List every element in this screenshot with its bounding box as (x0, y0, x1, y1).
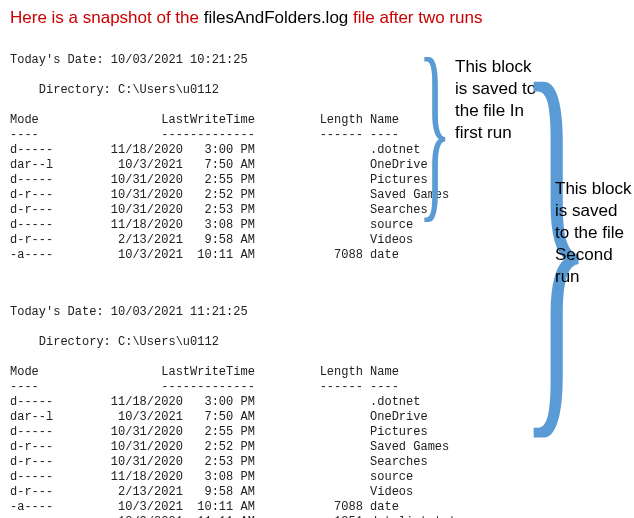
block1-dir: Directory: C:\Users\u0112 (10, 83, 219, 97)
block1-date: Today's Date: 10/03/2021 10:21:25 (10, 53, 248, 67)
block2-row: d----- 10/31/2020 2:55 PM Pictures (10, 425, 428, 439)
log-stage: Today's Date: 10/03/2021 10:21:25 Direct… (10, 38, 624, 518)
block2-row: d-r--- 10/31/2020 2:53 PM Searches (10, 455, 428, 469)
block2-row: -a---- 10/3/2021 10:11 AM 7088 date (10, 500, 399, 514)
block1-row: d----- 11/18/2020 3:00 PM .dotnet (10, 143, 420, 157)
block2-date: Today's Date: 10/03/2021 11:21:25 (10, 305, 248, 319)
log-block-2: Today's Date: 10/03/2021 11:21:25 Direct… (10, 290, 624, 518)
annotation-first-run: This block is saved to the file In first… (455, 56, 543, 144)
block1-row: d----- 11/18/2020 3:08 PM source (10, 218, 413, 232)
block2-row: d-r--- 10/31/2020 2:52 PM Saved Games (10, 440, 449, 454)
heading: Here is a snapshot of the filesAndFolder… (10, 8, 624, 28)
block2-row: d-r--- 2/13/2021 9:58 AM Videos (10, 485, 413, 499)
block1-row: d-r--- 10/31/2020 2:53 PM Searches (10, 203, 428, 217)
block1-row: dar--l 10/3/2021 7:50 AM OneDrive (10, 158, 428, 172)
block2-header: Mode LastWriteTime Length Name (10, 365, 399, 379)
block2-row: dar--l 10/3/2021 7:50 AM OneDrive (10, 410, 428, 424)
block2-sep: ---- ------------- ------ ---- (10, 380, 399, 394)
block2-dir: Directory: C:\Users\u0112 (10, 335, 219, 349)
block2-row: d----- 11/18/2020 3:00 PM .dotnet (10, 395, 420, 409)
block1-row: d-r--- 2/13/2021 9:58 AM Videos (10, 233, 413, 247)
block1-row: d-r--- 10/31/2020 2:52 PM Saved Games (10, 188, 449, 202)
heading-part1: Here is a snapshot of the (10, 8, 204, 27)
block1-header: Mode LastWriteTime Length Name (10, 113, 399, 127)
block1-row: -a---- 10/3/2021 10:11 AM 7088 date (10, 248, 399, 262)
block2-row: d----- 11/18/2020 3:08 PM source (10, 470, 413, 484)
annotation-second-run: This block is saved to the file Second r… (555, 178, 633, 288)
block1-sep: ---- ------------- ------ ---- (10, 128, 399, 142)
heading-part3: file after two runs (348, 8, 482, 27)
block1-row: d----- 10/31/2020 2:55 PM Pictures (10, 173, 428, 187)
heading-filename: filesAndFolders.log (204, 8, 349, 27)
